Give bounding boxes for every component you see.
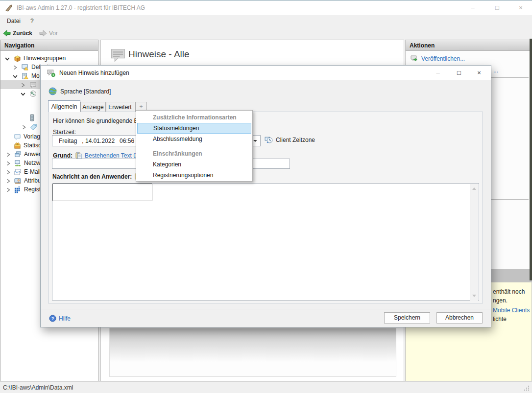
mobile-clients-link[interactable]: Mobile Clients	[493, 307, 530, 314]
window-titlebar: IBI-aws Admin 1.27.0 - registriert für I…	[0, 0, 532, 15]
back-arrow-icon	[3, 30, 11, 37]
tree-item-label: E-Mail	[24, 168, 41, 175]
chevron-right-icon[interactable]	[6, 152, 11, 157]
window-maximize-button[interactable]: □	[490, 2, 505, 13]
language-label: Sprache [Standard]	[60, 88, 111, 95]
window-close-button[interactable]: ×	[513, 2, 528, 13]
add-note-icon	[47, 69, 55, 77]
back-button[interactable]: Zurück	[3, 28, 32, 38]
key-icon	[29, 90, 37, 97]
menu-item-kategorien[interactable]: Kategorien	[136, 159, 252, 170]
phone-icon	[28, 114, 36, 121]
dialog-minimize-button[interactable]: –	[431, 68, 445, 78]
chevron-right-icon[interactable]	[6, 161, 11, 166]
tab-allgemein[interactable]: Allgemein	[48, 100, 80, 112]
dropdown-arrow-icon[interactable]	[253, 140, 257, 142]
publish-link: Veröffentlichen...	[421, 55, 465, 62]
start-time-label: Startzeit:	[53, 129, 76, 136]
tag-icon	[30, 123, 37, 131]
language-selector[interactable]: Sprache [Standard]	[48, 87, 111, 95]
menu-item-statusmeldungen[interactable]: Statusmeldungen	[137, 123, 251, 134]
dialog-footer: ? Hilfe Speichern Abbrechen	[41, 309, 491, 327]
truncated-action-link[interactable]: ...	[493, 67, 498, 74]
info-types-popup-menu: Zusätzliche Informationsarten Statusmeld…	[136, 110, 253, 182]
chevron-down-icon[interactable]	[5, 56, 10, 61]
note-text-line: lichte	[493, 316, 507, 323]
attributes-icon	[14, 177, 22, 185]
dialog-close-button[interactable]: ×	[472, 68, 486, 78]
template-bubble-icon	[14, 133, 21, 140]
applications-icon	[14, 151, 22, 158]
package-icon	[14, 55, 21, 62]
note-bubble-icon	[29, 81, 37, 89]
tab-anzeige[interactable]: Anzeige	[80, 102, 106, 112]
back-button-label: Zurück	[13, 30, 32, 37]
client-timezone-label: Client Zeitzone	[276, 137, 315, 143]
navigation-header: Navigation	[0, 40, 98, 51]
tab-page-allgemein: Hier können Sie grundlegende Ei Startzei…	[48, 112, 483, 303]
help-link: Hilfe	[59, 315, 71, 322]
notes-bubble-icon	[109, 46, 127, 64]
chevron-right-icon[interactable]	[21, 83, 25, 88]
tab-erweitert[interactable]: Erweitert	[106, 102, 134, 112]
reason-row: Grund: Bestehenden Text üb	[53, 152, 140, 159]
message-label: Nachricht an den Anwender:	[52, 173, 132, 180]
tree-item-label: Mo	[31, 72, 40, 79]
registry-icon	[14, 186, 22, 193]
chevron-down-icon[interactable]	[21, 92, 25, 96]
publish-action[interactable]: Veröffentlichen...	[411, 55, 465, 63]
resize-grip-icon[interactable]	[523, 385, 530, 392]
window-minimize-button[interactable]: –	[465, 2, 480, 13]
clipboard-warning-icon	[22, 72, 29, 80]
chevron-right-icon[interactable]	[22, 125, 26, 130]
svg-text:?: ?	[51, 316, 54, 321]
clock-icon	[265, 136, 273, 144]
chevron-right-icon[interactable]	[6, 170, 11, 175]
chevron-right-icon[interactable]	[13, 65, 18, 70]
actions-header: Aktionen	[406, 40, 532, 51]
message-textarea-wrap	[52, 183, 479, 301]
desktop-edge	[530, 39, 532, 280]
note-text-line: ngen.	[493, 297, 508, 304]
message-textarea[interactable]	[52, 184, 152, 201]
chevron-right-icon[interactable]	[6, 187, 11, 192]
vertical-scrollbar[interactable]	[470, 184, 478, 301]
scroll-down-icon[interactable]	[472, 295, 476, 297]
scroll-up-icon[interactable]	[472, 187, 476, 190]
start-time-value: Freitag , 14.01.2022 06:56	[59, 138, 134, 144]
app-window: IBI-aws Admin 1.27.0 - registriert für I…	[0, 0, 532, 393]
menu-help[interactable]: ?	[28, 18, 36, 24]
window-title: IBI-aws Admin 1.27.0 - registriert für I…	[17, 4, 145, 11]
message-row: Nachricht an den Anwender:	[52, 173, 142, 180]
page-title: Hinweise - Alle	[128, 49, 190, 60]
content-preview-panel	[109, 328, 396, 377]
chevron-right-icon[interactable]	[6, 179, 11, 184]
help-action[interactable]: ? Hilfe	[49, 315, 71, 322]
note-text-line: enthält noch	[493, 288, 525, 295]
add-hint-dialog: Neuen Hinweis hinzufügen – □ × Sprache […	[40, 65, 491, 327]
menu-item-abschlussmeldung[interactable]: Abschlussmeldung	[136, 134, 252, 144]
reason-label: Grund:	[53, 152, 73, 159]
app-icon	[5, 4, 13, 12]
menu-header-informationsarten: Zusätzliche Informationsarten	[136, 113, 252, 123]
menu-item-registrierungsoptionen[interactable]: Registrierungsoptionen	[136, 170, 252, 181]
menu-datei[interactable]: Datei	[5, 18, 23, 24]
tree-item-label: Attribu	[24, 177, 41, 184]
network-icon	[14, 160, 22, 167]
save-button[interactable]: Speichern	[384, 312, 430, 324]
menu-bar: Datei ?	[0, 15, 532, 27]
paste-text-icon	[75, 152, 82, 159]
dialog-maximize-button[interactable]: □	[452, 68, 466, 78]
globe-icon	[48, 87, 57, 95]
dialog-title: Neuen Hinweis hinzufügen	[59, 69, 129, 76]
forward-arrow-icon	[39, 30, 47, 37]
cancel-button[interactable]: Abbrechen	[436, 312, 483, 324]
tree-item-hinweisgruppen[interactable]: Hinweisgruppen	[0, 54, 98, 63]
publish-icon	[411, 55, 418, 63]
statusbar-path: C:\IBI-aws\Admin\Data.xml	[3, 384, 73, 391]
email-icon	[14, 168, 22, 176]
forward-button[interactable]: Vor	[39, 28, 58, 38]
reason-take-existing-link[interactable]: Bestehenden Text üb	[85, 152, 140, 159]
chevron-down-icon[interactable]	[13, 74, 18, 79]
monitor-warning-icon	[22, 64, 29, 71]
